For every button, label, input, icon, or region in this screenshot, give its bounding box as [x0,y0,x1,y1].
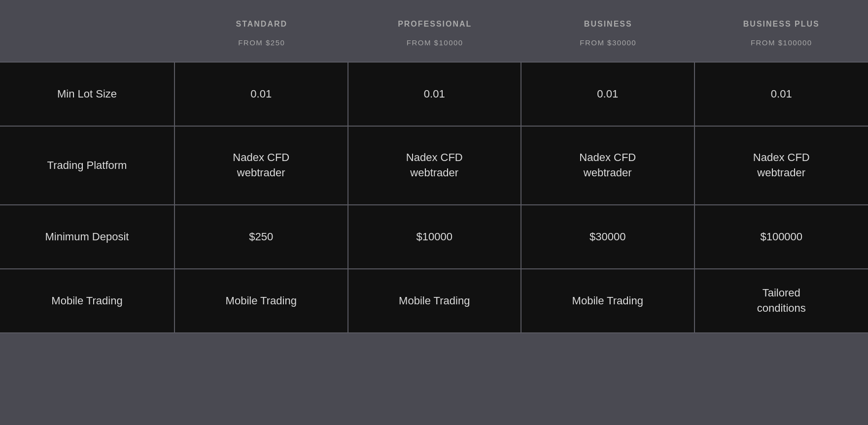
page-wrapper: STANDARD FROM $250 PROFESSIONAL FROM $10… [0,0,868,425]
cell-min-lot-size-standard: 0.01 [175,63,348,127]
cell-min-lot-size-business-plus: 0.01 [695,63,868,127]
header-col-standard: STANDARD FROM $250 [175,15,348,52]
cell-minimum-deposit-business: $30000 [521,205,695,269]
cell-min-lot-size-professional: 0.01 [348,63,522,127]
cell-minimum-deposit-business-plus: $100000 [695,205,868,269]
plan-price-standard: FROM $250 [238,38,285,47]
plan-price-business-plus: FROM $100000 [751,38,812,47]
table-grid: Min Lot Size 0.01 0.01 0.01 0.01 Tradi [0,63,868,333]
cell-trading-platform-professional: Nadex CFDwebtrader [348,127,522,205]
plan-name-business-plus: BUSINESS PLUS [743,20,820,29]
plan-price-business: FROM $30000 [580,38,636,47]
cell-mobile-trading-business: Mobile Trading [521,269,695,333]
cell-minimum-deposit-standard: $250 [175,205,348,269]
cell-minimum-deposit-professional: $10000 [348,205,522,269]
header-section: STANDARD FROM $250 PROFESSIONAL FROM $10… [0,0,868,62]
comparison-table: Min Lot Size 0.01 0.01 0.01 0.01 Tradi [0,62,868,425]
header-col-business: BUSINESS FROM $30000 [521,15,695,52]
cell-trading-platform-standard: Nadex CFDwebtrader [175,127,348,205]
cell-mobile-trading-standard: Mobile Trading [175,269,348,333]
trading-platform-business-plus-value: Nadex CFDwebtrader [753,150,810,181]
cell-label-mobile-trading: Mobile Trading [0,269,175,333]
plan-name-standard: STANDARD [236,20,287,29]
trading-platform-professional-value: Nadex CFDwebtrader [406,150,463,181]
cell-label-trading-platform: Trading Platform [0,127,175,205]
header-empty-col [0,15,175,52]
cell-mobile-trading-professional: Mobile Trading [348,269,522,333]
cell-trading-platform-business: Nadex CFDwebtrader [521,127,695,205]
header-col-professional: PROFESSIONAL FROM $10000 [348,15,522,52]
plan-name-professional: PROFESSIONAL [398,20,472,29]
cell-min-lot-size-business: 0.01 [521,63,695,127]
tailored-conditions-value: Tailoredconditions [757,286,806,316]
cell-label-min-lot-size: Min Lot Size [0,63,175,127]
plan-name-business: BUSINESS [584,20,632,29]
trading-platform-standard-value: Nadex CFDwebtrader [233,150,289,181]
plan-price-professional: FROM $10000 [407,38,463,47]
header-col-business-plus: BUSINESS PLUS FROM $100000 [695,15,868,52]
cell-mobile-trading-business-plus: Tailoredconditions [695,269,868,333]
cell-trading-platform-business-plus: Nadex CFDwebtrader [695,127,868,205]
cell-label-minimum-deposit: Minimum Deposit [0,205,175,269]
trading-platform-business-value: Nadex CFDwebtrader [579,150,636,181]
